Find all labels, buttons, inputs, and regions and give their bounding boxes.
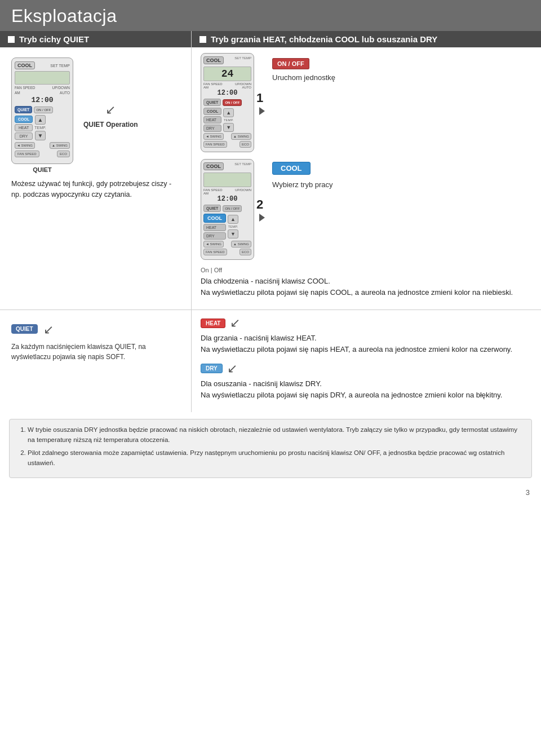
remote-step2-cool-mode[interactable]: COOL <box>203 214 226 223</box>
step2-text: Wybierz tryb pracy <box>272 178 333 189</box>
remote-step1-dry: DRY <box>203 125 221 132</box>
remote-step1-display: 24 <box>203 67 251 81</box>
btn-swing-v[interactable]: ▲ SWING <box>50 142 70 149</box>
step1-text-wrap: ON / OFF Uruchom jednostkę <box>272 53 335 82</box>
btn-eco[interactable]: ECO <box>57 151 70 157</box>
top-row: Tryb cichy QUIET COOL SET TEMP <box>0 31 541 310</box>
remote-step1-cool: COOL <box>203 56 224 64</box>
quiet-text-1: Możesz używać tej funkcji, gdy potrzebuj… <box>11 179 180 200</box>
note-1: W trybie osuszania DRY jednostka będzie … <box>28 425 524 445</box>
cool-desc-text-1: Dla chłodzenia - naciśnij klawisz COOL. <box>201 276 532 287</box>
step1-arrow: 1 <box>256 91 268 115</box>
col-left: Tryb cichy QUIET COOL SET TEMP <box>0 31 192 310</box>
header-square-icon-right <box>199 36 206 43</box>
quiet-arrow-area: ↙ QUIET Operation <box>83 103 138 129</box>
remote-step2-settemp: SET TEMP <box>234 162 251 171</box>
notes-box: W trybie osuszania DRY jednostka będzie … <box>9 419 532 478</box>
bottom-section: QUIET ↙ Za każdym naciśnięciem klawisza … <box>0 310 541 412</box>
btn-cool-mode[interactable]: COOL <box>15 116 33 123</box>
step1-text: Uruchom jednostkę <box>272 71 335 82</box>
remote-step2-display <box>203 173 251 187</box>
dry-desc: DRY ↙ Dla osuszania - naciśnij klawisz D… <box>201 361 532 401</box>
quiet-lower-btn[interactable]: QUIET <box>11 324 38 334</box>
remote-step1-settemp: SET TEMP <box>234 56 251 65</box>
page-header: Eksploatacja <box>0 0 541 31</box>
page-number: 3 <box>0 485 541 501</box>
right-section-header: Tryb grzania HEAT, chłodzenia COOL lub o… <box>192 31 541 47</box>
step2-remote-wrap: COOL SET TEMP FAN SPEED UP/DOWN AM <box>201 159 268 260</box>
remote-step1-onoff: ON / OFF <box>223 99 242 106</box>
remote-step1-swingv: ▲ SWING <box>231 133 251 140</box>
dry-desc-text-2: Na wyświetlaczu pilota pojawi się napis … <box>201 390 532 401</box>
remote-step1-am: AM <box>203 86 209 89</box>
step1-num: 1 <box>256 91 268 105</box>
right-header-label: Tryb grzania HEAT, chłodzenia COOL lub o… <box>211 34 437 44</box>
remote-left: COOL SET TEMP FAN SPEED UP/DOWN <box>11 58 73 173</box>
remote-fan-label: FAN SPEED <box>15 86 35 90</box>
remote-auto: AUTO <box>60 91 70 95</box>
heat-desc-text-1: Dla grzania - naciśnij klawisz HEAT. <box>201 333 532 344</box>
dry-tag: DRY <box>201 364 223 373</box>
arrow-right-icon <box>259 107 265 115</box>
remote-step1-time: 12:00 <box>203 89 251 97</box>
quiet-body-text: Możesz używać tej funkcji, gdy potrzebuj… <box>11 179 180 200</box>
note-2: Pilot zdalnego sterowania może zapamięta… <box>28 448 524 468</box>
bottom-right: HEAT ↙ Dla grzania - naciśnij klawisz HE… <box>192 310 541 412</box>
left-section-header: Tryb cichy QUIET <box>0 31 191 47</box>
btn-quiet[interactable]: QUIET <box>15 106 32 113</box>
remote-cool-btn: COOL <box>15 61 35 69</box>
btn-dry-mode[interactable]: DRY <box>15 132 33 140</box>
remote-step1-cool-mode: COOL <box>203 108 221 115</box>
remote-step1-fan2: FAN SPEED <box>203 141 227 148</box>
onoff-label-cool: On | Off <box>201 267 222 273</box>
cool-desc-text-2: Na wyświetlaczu pilota pojawi się napis … <box>201 287 532 298</box>
remote-step1-auto: AUTO <box>242 86 251 89</box>
remote-step1: COOL SET TEMP 24 FAN SPEED UP/DOWN AM AU… <box>201 53 254 152</box>
heat-desc-header: HEAT ↙ <box>201 316 532 330</box>
cool-btn-highlight[interactable]: COOL <box>272 162 311 175</box>
main-content: Tryb cichy QUIET COOL SET TEMP <box>0 31 541 501</box>
heat-desc-text-2: Na wyświetlaczu pilota pojawi się napis … <box>201 344 532 355</box>
btn-swing-h[interactable]: ◄ SWING <box>15 142 35 149</box>
remote-mode-col: COOL HEAT DRY <box>15 116 33 140</box>
remote-step2-cool: COOL <box>203 162 224 170</box>
quiet-text-2: Za każdym naciśnięciem klawisza QUIET, n… <box>11 342 180 362</box>
remote-step1-quiet: QUIET <box>203 99 221 106</box>
step2-text-wrap: COOL Wybierz tryb pracy <box>272 159 333 189</box>
remote-step2: COOL SET TEMP FAN SPEED UP/DOWN AM <box>201 159 254 260</box>
quiet-operation-label: QUIET Operation <box>83 121 138 129</box>
curved-arrow-icon: ↙ <box>105 103 116 117</box>
remote-step1-heat: HEAT <box>203 116 221 123</box>
dry-desc-text-1: Dla osuszania - naciśnij klawisz DRY. <box>201 378 532 390</box>
btn-temp-up[interactable]: ▲ <box>35 115 46 125</box>
step1-remote-wrap: COOL SET TEMP 24 FAN SPEED UP/DOWN AM AU… <box>201 53 268 152</box>
step2-row: COOL SET TEMP FAN SPEED UP/DOWN AM <box>201 159 532 260</box>
dry-desc-header: DRY ↙ <box>201 361 532 376</box>
arrow-right-2-icon <box>259 214 265 222</box>
remote-step1-swingh: ◄ SWING <box>203 133 224 140</box>
cool-desc: On | Off Dla chłodzenia - naciśnij klawi… <box>201 267 532 298</box>
col-right: Tryb grzania HEAT, chłodzenia COOL lub o… <box>192 31 541 310</box>
page-title: Eksploatacja <box>11 6 117 26</box>
step2-arrow: 2 <box>256 197 268 222</box>
btn-onoff-left[interactable]: ON / OFF <box>34 107 53 113</box>
remote-display-val <box>15 71 70 85</box>
onoff-highlight: ON / OFF <box>272 58 309 69</box>
btn-temp-down[interactable]: ▼ <box>35 131 46 140</box>
step2-num: 2 <box>256 197 268 212</box>
curved-arrow-dry-icon: ↙ <box>227 361 237 376</box>
remote-step1-eco: ECO <box>240 141 251 148</box>
header-square-icon <box>8 36 15 43</box>
btn-heat-mode[interactable]: HEAT <box>15 124 33 131</box>
quiet-illustration: COOL SET TEMP FAN SPEED UP/DOWN <box>11 58 180 173</box>
remote-updown-label: UP/DOWN <box>52 86 70 90</box>
btn-fan[interactable]: FAN SPEED <box>15 151 39 157</box>
quiet-label-below: QUIET <box>11 166 73 173</box>
curved-arrow-heat-icon: ↙ <box>230 316 240 330</box>
right-top-section: COOL SET TEMP 24 FAN SPEED UP/DOWN AM AU… <box>192 47 541 310</box>
remote-settemp: SET TEMP <box>50 64 70 68</box>
remote-time-left: 12:00 <box>15 96 70 104</box>
remote-device-left: COOL SET TEMP FAN SPEED UP/DOWN <box>11 58 73 164</box>
remote-am: AM <box>15 91 20 95</box>
left-header-label: Tryb cichy QUIET <box>19 34 89 44</box>
